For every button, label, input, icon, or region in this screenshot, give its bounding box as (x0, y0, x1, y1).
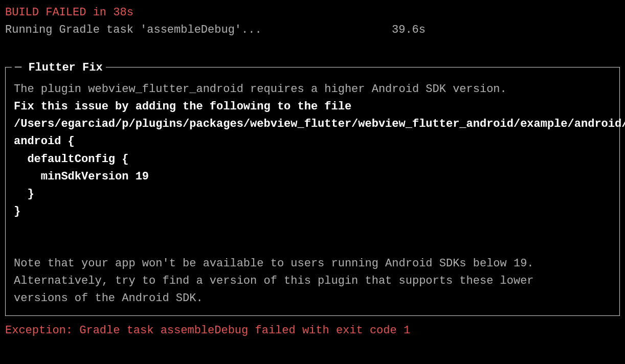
fix-instruction-line: Fix this issue by adding the following t… (14, 98, 611, 116)
exception-line: Exception: Gradle task assembleDebug fai… (5, 322, 620, 339)
terminal-output: BUILD FAILED in 38s Running Gradle task … (5, 4, 620, 340)
note-line-3: versions of the Android SDK. (14, 290, 611, 307)
build-failed-line: BUILD FAILED in 38s (5, 4, 620, 21)
file-path-line: /Users/egarciad/p/plugins/packages/webvi… (14, 116, 611, 133)
blank-spacer-1 (14, 220, 611, 238)
note-line-2: Alternatively, try to find a version of … (14, 272, 611, 290)
blank-spacer-2 (14, 238, 611, 255)
fix-box-legend: Flutter Fix (12, 59, 106, 77)
task-description: Running Gradle task 'assembleDebug'... (5, 21, 262, 39)
task-status-line: Running Gradle task 'assembleDebug'... 3… (5, 21, 620, 39)
task-duration: 39.6s (392, 21, 426, 39)
plugin-requires-line: The plugin webview_flutter_android requi… (14, 81, 611, 98)
note-line-1: Note that your app won't be available to… (14, 255, 611, 272)
flutter-fix-box: Flutter Fix The plugin webview_flutter_a… (5, 67, 620, 316)
code-snippet: android { defaultConfig { minSdkVersion … (14, 133, 611, 220)
